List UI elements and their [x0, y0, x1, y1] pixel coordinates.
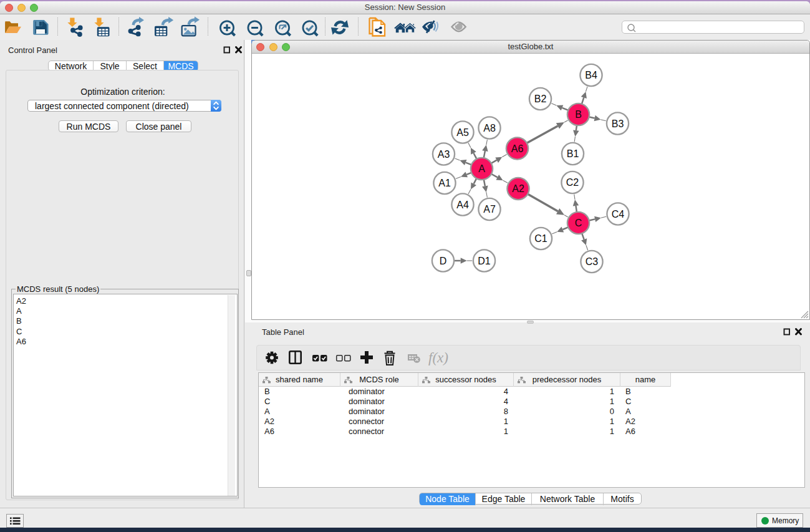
svg-text:A8: A8: [483, 123, 496, 133]
svg-text:B3: B3: [612, 118, 624, 129]
svg-text:B2: B2: [534, 94, 547, 104]
svg-text:A6: A6: [511, 143, 524, 154]
svg-text:B1: B1: [567, 148, 579, 159]
svg-text:C: C: [575, 218, 582, 228]
svg-text:D: D: [440, 256, 447, 266]
svg-text:C2: C2: [566, 177, 579, 188]
svg-text:A4: A4: [456, 200, 469, 210]
svg-text:A7: A7: [483, 204, 496, 215]
svg-text:f(x): f(x): [428, 350, 448, 365]
svg-text:B4: B4: [585, 70, 597, 80]
svg-text:C3: C3: [586, 256, 599, 267]
svg-text:A2: A2: [512, 183, 524, 194]
svg-text:C1: C1: [534, 233, 547, 244]
svg-text:A3: A3: [438, 149, 450, 160]
svg-text:D1: D1: [478, 256, 491, 266]
svg-text:C4: C4: [612, 209, 625, 220]
svg-text:B: B: [575, 109, 582, 120]
svg-text:A1: A1: [438, 178, 451, 188]
svg-text:A: A: [478, 163, 485, 174]
svg-text:A5: A5: [456, 127, 469, 138]
